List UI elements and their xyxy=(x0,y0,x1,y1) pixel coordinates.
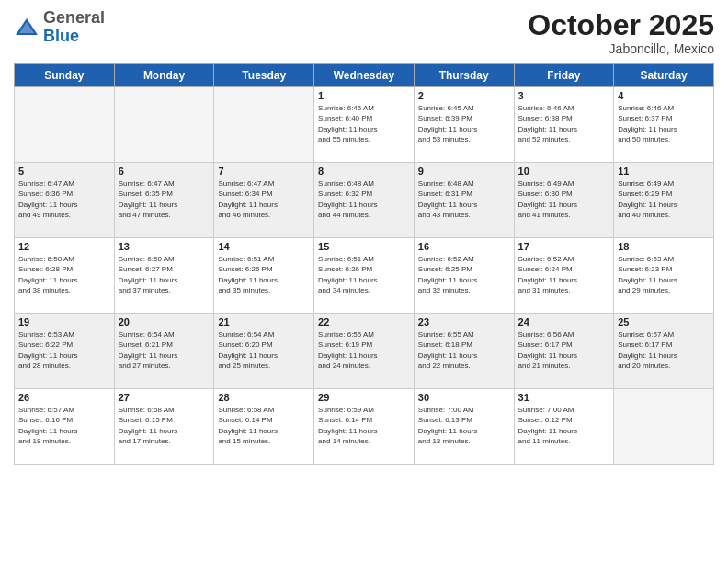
calendar-week-row: 5Sunrise: 6:47 AM Sunset: 6:36 PM Daylig… xyxy=(15,163,714,238)
logo: General Blue xyxy=(14,9,105,46)
day-of-week-sunday: Sunday xyxy=(15,64,115,87)
calendar-cell: 13Sunrise: 6:50 AM Sunset: 6:27 PM Dayli… xyxy=(114,238,214,314)
day-number: 25 xyxy=(618,316,710,327)
day-of-week-wednesday: Wednesday xyxy=(314,64,415,87)
calendar-cell: 28Sunrise: 6:58 AM Sunset: 6:14 PM Dayli… xyxy=(214,389,314,465)
day-info: Sunrise: 6:45 AM Sunset: 6:40 PM Dayligh… xyxy=(318,103,410,144)
calendar-cell: 8Sunrise: 6:48 AM Sunset: 6:32 PM Daylig… xyxy=(314,163,415,238)
month-title: October 2025 xyxy=(528,9,714,41)
day-number: 19 xyxy=(18,316,110,327)
day-info: Sunrise: 6:52 AM Sunset: 6:24 PM Dayligh… xyxy=(518,254,610,295)
day-of-week-tuesday: Tuesday xyxy=(214,64,314,87)
calendar-cell: 3Sunrise: 6:46 AM Sunset: 6:38 PM Daylig… xyxy=(514,87,614,163)
day-number: 10 xyxy=(518,166,610,177)
day-info: Sunrise: 6:50 AM Sunset: 6:28 PM Dayligh… xyxy=(18,254,110,295)
day-number: 23 xyxy=(418,316,510,327)
calendar-cell: 4Sunrise: 6:46 AM Sunset: 6:37 PM Daylig… xyxy=(614,87,714,163)
day-number: 13 xyxy=(119,241,210,252)
calendar-cell: 30Sunrise: 7:00 AM Sunset: 6:13 PM Dayli… xyxy=(414,389,514,465)
calendar-cell: 12Sunrise: 6:50 AM Sunset: 6:28 PM Dayli… xyxy=(15,238,115,314)
page: General Blue October 2025 Jaboncillo, Me… xyxy=(0,0,728,563)
day-number: 21 xyxy=(218,316,310,327)
calendar-cell: 21Sunrise: 6:54 AM Sunset: 6:20 PM Dayli… xyxy=(214,314,314,389)
calendar-week-row: 19Sunrise: 6:53 AM Sunset: 6:22 PM Dayli… xyxy=(15,314,714,389)
day-number: 22 xyxy=(318,316,410,327)
day-info: Sunrise: 6:58 AM Sunset: 6:14 PM Dayligh… xyxy=(218,405,310,446)
day-info: Sunrise: 6:49 AM Sunset: 6:29 PM Dayligh… xyxy=(618,178,710,220)
day-info: Sunrise: 6:57 AM Sunset: 6:16 PM Dayligh… xyxy=(18,405,110,446)
calendar-cell: 5Sunrise: 6:47 AM Sunset: 6:36 PM Daylig… xyxy=(15,163,115,238)
calendar-cell: 27Sunrise: 6:58 AM Sunset: 6:15 PM Dayli… xyxy=(114,389,214,465)
title-block: October 2025 Jaboncillo, Mexico xyxy=(528,9,714,56)
day-info: Sunrise: 6:46 AM Sunset: 6:38 PM Dayligh… xyxy=(518,103,610,144)
day-of-week-saturday: Saturday xyxy=(614,64,714,87)
day-number: 5 xyxy=(18,166,110,177)
day-number: 16 xyxy=(418,241,510,252)
day-number: 26 xyxy=(18,392,110,403)
day-info: Sunrise: 6:56 AM Sunset: 6:17 PM Dayligh… xyxy=(518,329,610,371)
day-number: 20 xyxy=(119,316,210,327)
calendar-header-row: SundayMondayTuesdayWednesdayThursdayFrid… xyxy=(15,64,714,87)
day-number: 12 xyxy=(18,241,110,252)
day-number: 17 xyxy=(518,241,610,252)
day-info: Sunrise: 7:00 AM Sunset: 6:12 PM Dayligh… xyxy=(518,405,610,446)
day-number: 9 xyxy=(418,166,510,177)
day-number: 3 xyxy=(518,90,610,101)
calendar-week-row: 1Sunrise: 6:45 AM Sunset: 6:40 PM Daylig… xyxy=(15,87,714,163)
calendar-cell: 18Sunrise: 6:53 AM Sunset: 6:23 PM Dayli… xyxy=(614,238,714,314)
calendar-week-row: 12Sunrise: 6:50 AM Sunset: 6:28 PM Dayli… xyxy=(15,238,714,314)
calendar-cell: 6Sunrise: 6:47 AM Sunset: 6:35 PM Daylig… xyxy=(114,163,214,238)
calendar-cell: 14Sunrise: 6:51 AM Sunset: 6:26 PM Dayli… xyxy=(214,238,314,314)
day-info: Sunrise: 6:51 AM Sunset: 6:26 PM Dayligh… xyxy=(318,254,410,295)
calendar-cell: 20Sunrise: 6:54 AM Sunset: 6:21 PM Dayli… xyxy=(114,314,214,389)
calendar-cell xyxy=(614,389,714,465)
calendar-cell: 11Sunrise: 6:49 AM Sunset: 6:29 PM Dayli… xyxy=(614,163,714,238)
calendar-cell: 26Sunrise: 6:57 AM Sunset: 6:16 PM Dayli… xyxy=(15,389,115,465)
day-info: Sunrise: 6:57 AM Sunset: 6:17 PM Dayligh… xyxy=(618,329,710,371)
day-info: Sunrise: 6:59 AM Sunset: 6:14 PM Dayligh… xyxy=(318,405,410,446)
day-info: Sunrise: 6:52 AM Sunset: 6:25 PM Dayligh… xyxy=(418,254,510,295)
calendar-cell: 16Sunrise: 6:52 AM Sunset: 6:25 PM Dayli… xyxy=(414,238,514,314)
day-of-week-monday: Monday xyxy=(114,64,214,87)
calendar-cell: 24Sunrise: 6:56 AM Sunset: 6:17 PM Dayli… xyxy=(514,314,614,389)
logo-blue: Blue xyxy=(43,27,79,45)
day-info: Sunrise: 6:45 AM Sunset: 6:39 PM Dayligh… xyxy=(418,103,510,144)
day-of-week-friday: Friday xyxy=(514,64,614,87)
day-number: 15 xyxy=(318,241,410,252)
calendar-cell xyxy=(114,87,214,163)
day-number: 8 xyxy=(318,166,410,177)
day-info: Sunrise: 6:49 AM Sunset: 6:30 PM Dayligh… xyxy=(518,178,610,220)
day-number: 11 xyxy=(618,166,710,177)
day-number: 27 xyxy=(119,392,210,403)
logo-icon xyxy=(14,15,40,40)
subtitle: Jaboncillo, Mexico xyxy=(528,41,714,56)
day-number: 1 xyxy=(318,90,410,101)
calendar: SundayMondayTuesdayWednesdayThursdayFrid… xyxy=(14,63,714,465)
day-number: 18 xyxy=(618,241,710,252)
day-number: 31 xyxy=(518,392,610,403)
day-info: Sunrise: 6:55 AM Sunset: 6:19 PM Dayligh… xyxy=(318,329,410,371)
day-info: Sunrise: 6:47 AM Sunset: 6:35 PM Dayligh… xyxy=(119,178,210,220)
day-number: 7 xyxy=(218,166,310,177)
day-info: Sunrise: 6:47 AM Sunset: 6:34 PM Dayligh… xyxy=(218,178,310,220)
calendar-cell: 10Sunrise: 6:49 AM Sunset: 6:30 PM Dayli… xyxy=(514,163,614,238)
day-number: 28 xyxy=(218,392,310,403)
calendar-cell: 23Sunrise: 6:55 AM Sunset: 6:18 PM Dayli… xyxy=(414,314,514,389)
day-info: Sunrise: 6:53 AM Sunset: 6:22 PM Dayligh… xyxy=(18,329,110,371)
day-info: Sunrise: 6:51 AM Sunset: 6:26 PM Dayligh… xyxy=(218,254,310,295)
day-of-week-thursday: Thursday xyxy=(414,64,514,87)
day-number: 24 xyxy=(518,316,610,327)
day-info: Sunrise: 6:50 AM Sunset: 6:27 PM Dayligh… xyxy=(119,254,210,295)
calendar-cell: 22Sunrise: 6:55 AM Sunset: 6:19 PM Dayli… xyxy=(314,314,415,389)
header: General Blue October 2025 Jaboncillo, Me… xyxy=(14,9,714,56)
day-info: Sunrise: 6:48 AM Sunset: 6:32 PM Dayligh… xyxy=(318,178,410,220)
day-number: 29 xyxy=(318,392,410,403)
day-info: Sunrise: 6:54 AM Sunset: 6:21 PM Dayligh… xyxy=(119,329,210,371)
calendar-cell: 29Sunrise: 6:59 AM Sunset: 6:14 PM Dayli… xyxy=(314,389,415,465)
day-info: Sunrise: 6:54 AM Sunset: 6:20 PM Dayligh… xyxy=(218,329,310,371)
day-info: Sunrise: 6:46 AM Sunset: 6:37 PM Dayligh… xyxy=(618,103,710,144)
day-info: Sunrise: 6:53 AM Sunset: 6:23 PM Dayligh… xyxy=(618,254,710,295)
day-info: Sunrise: 6:47 AM Sunset: 6:36 PM Dayligh… xyxy=(18,178,110,220)
logo-general: General xyxy=(43,8,105,27)
day-info: Sunrise: 7:00 AM Sunset: 6:13 PM Dayligh… xyxy=(418,405,510,446)
